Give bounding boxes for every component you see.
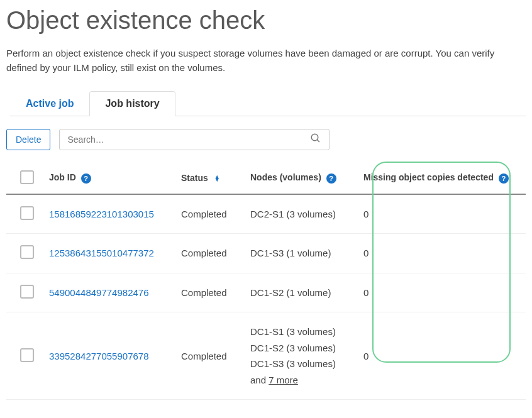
more-link[interactable]: 7 more bbox=[269, 375, 298, 385]
select-all-checkbox[interactable] bbox=[20, 170, 34, 184]
search-icon[interactable] bbox=[302, 133, 329, 146]
tabs: Active job Job history bbox=[10, 91, 526, 116]
job-id-link[interactable]: 5490044849774982476 bbox=[49, 287, 149, 298]
table-row: 5490044849774982476CompletedDC1-S2 (1 vo… bbox=[6, 273, 526, 312]
nodes-more: and 7 more bbox=[250, 372, 353, 388]
page-description: Perform an object existence check if you… bbox=[6, 46, 526, 75]
tab-job-history[interactable]: Job history bbox=[89, 91, 175, 116]
help-icon[interactable]: ? bbox=[326, 173, 336, 184]
node-entry: DC1-S1 (3 volumes) bbox=[250, 324, 353, 340]
table-row: 15816859223101303015CompletedDC2-S1 (3 v… bbox=[6, 194, 526, 234]
job-id-link[interactable]: 12538643155010477372 bbox=[49, 248, 154, 258]
status-cell: Completed bbox=[176, 194, 245, 234]
delete-button[interactable]: Delete bbox=[6, 129, 50, 150]
row-checkbox[interactable] bbox=[20, 245, 34, 259]
svg-point-0 bbox=[312, 134, 319, 141]
row-checkbox[interactable] bbox=[20, 206, 34, 220]
svg-line-1 bbox=[318, 140, 320, 142]
nodes-cell: DC1-S3 (1 volume) bbox=[250, 245, 353, 261]
tab-active-job[interactable]: Active job bbox=[10, 91, 89, 116]
missing-cell: 0 bbox=[358, 194, 526, 234]
missing-cell: 0 bbox=[358, 312, 526, 400]
help-icon[interactable]: ? bbox=[81, 173, 91, 184]
sort-icon[interactable]: ▲▼ bbox=[214, 175, 220, 182]
job-id-link[interactable]: 15816859223101303015 bbox=[49, 209, 154, 219]
status-cell: Completed bbox=[176, 312, 245, 400]
search-field-wrap bbox=[59, 129, 330, 150]
node-entry: DC1-S2 (1 volume) bbox=[250, 285, 353, 301]
nodes-cell: DC2-S1 (3 volumes) bbox=[250, 206, 353, 223]
missing-cell: 0 bbox=[358, 234, 526, 273]
missing-cell: 0 bbox=[358, 273, 526, 312]
nodes-cell: DC1-S1 (3 volumes)DC1-S2 (3 volumes)DC1-… bbox=[250, 324, 353, 388]
node-entry: DC1-S2 (3 volumes) bbox=[250, 340, 353, 356]
status-cell: Completed bbox=[176, 273, 245, 312]
col-status-label: Status bbox=[181, 173, 208, 183]
col-nodes-label: Nodes (volumes) bbox=[250, 172, 321, 182]
status-cell: Completed bbox=[176, 234, 245, 273]
node-entry: DC2-S1 (3 volumes) bbox=[250, 206, 353, 223]
job-id-link[interactable]: 3395284277055907678 bbox=[49, 351, 149, 361]
table-row: 3395284277055907678CompletedDC1-S1 (3 vo… bbox=[6, 312, 526, 400]
nodes-cell: DC1-S2 (1 volume) bbox=[250, 285, 353, 301]
page-title: Object existence check bbox=[6, 6, 526, 35]
table-row: 12538643155010477372CompletedDC1-S3 (1 v… bbox=[6, 234, 526, 273]
col-job-id-label: Job ID bbox=[49, 172, 76, 182]
row-checkbox[interactable] bbox=[20, 285, 34, 299]
row-checkbox[interactable] bbox=[20, 348, 34, 362]
job-history-table: Job ID ? Status ▲▼ Nodes (volumes) ? Mis… bbox=[6, 162, 526, 400]
search-input[interactable] bbox=[60, 129, 302, 150]
node-entry: DC1-S3 (3 volumes) bbox=[250, 356, 353, 372]
toolbar: Delete bbox=[6, 116, 526, 158]
col-missing-label: Missing object copies detected bbox=[363, 172, 494, 182]
node-entry: DC1-S3 (1 volume) bbox=[250, 245, 353, 261]
help-icon[interactable]: ? bbox=[499, 173, 509, 184]
